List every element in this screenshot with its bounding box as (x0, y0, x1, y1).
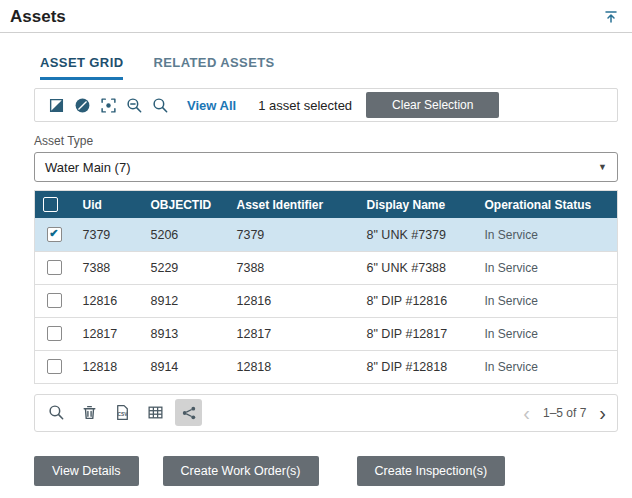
row-checkbox[interactable] (47, 260, 62, 275)
cell-display-name: 8" DIP #12818 (359, 350, 477, 383)
cell-uid: 7388 (75, 251, 143, 284)
tab-related-assets[interactable]: RELATED ASSETS (153, 55, 274, 80)
cell-operational-status: In Service (477, 218, 618, 251)
cell-operational-status: In Service (477, 251, 618, 284)
next-page-icon[interactable]: › (596, 403, 609, 423)
row-checkbox[interactable] (47, 359, 62, 374)
export-csv-icon[interactable]: CSV (109, 399, 136, 426)
row-checkbox[interactable] (47, 227, 62, 242)
collapse-panel-icon[interactable] (600, 8, 622, 26)
panel-content: ASSET GRID RELATED ASSETS View All 1 ass… (0, 33, 632, 486)
cell-uid: 12817 (75, 317, 143, 350)
table-header-row: Uid OBJECTID Asset Identifier Display Na… (35, 191, 618, 219)
table-row[interactable]: 7379 5206 7379 8" UNK #7379 In Service (35, 218, 618, 251)
assets-panel: Assets ASSET GRID RELATED ASSETS (0, 0, 632, 498)
view-details-button[interactable]: View Details (34, 456, 139, 486)
select-all-checkbox[interactable] (43, 197, 58, 212)
asset-type-label: Asset Type (34, 134, 618, 148)
zoom-out-icon[interactable] (121, 93, 147, 117)
chevron-down-icon: ▼ (598, 162, 607, 172)
relationships-icon[interactable] (175, 399, 202, 426)
asset-grid-table: Uid OBJECTID Asset Identifier Display Na… (34, 190, 618, 384)
cell-display-name: 8" UNK #7379 (359, 218, 477, 251)
cell-asset-identifier: 7388 (229, 251, 359, 284)
cell-asset-identifier: 12816 (229, 284, 359, 317)
highlight-off-icon[interactable] (69, 93, 95, 117)
column-chooser-icon[interactable] (142, 399, 169, 426)
asset-type-value: Water Main (7) (45, 160, 598, 175)
cell-display-name: 8" DIP #12817 (359, 317, 477, 350)
page-title: Assets (10, 7, 66, 27)
cell-uid: 12818 (75, 350, 143, 383)
asset-type-select[interactable]: Water Main (7) ▼ (34, 152, 618, 182)
cell-operational-status: In Service (477, 317, 618, 350)
cell-objectid: 8914 (143, 350, 229, 383)
asset-type-field: Asset Type Water Main (7) ▼ (34, 134, 618, 182)
cell-operational-status: In Service (477, 350, 618, 383)
svg-text:CSV: CSV (117, 413, 128, 418)
table-row[interactable]: 12817 8913 12817 8" DIP #12817 In Servic… (35, 317, 618, 350)
action-buttons: View Details Create Work Order(s) Create… (34, 456, 618, 486)
selection-count-text: 1 asset selected (258, 98, 352, 113)
view-all-link[interactable]: View All (187, 98, 236, 113)
cell-uid: 7379 (75, 218, 143, 251)
table-row[interactable]: 12816 8912 12816 8" DIP #12816 In Servic… (35, 284, 618, 317)
delete-icon[interactable] (76, 399, 103, 426)
row-checkbox[interactable] (47, 293, 62, 308)
cell-objectid: 5229 (143, 251, 229, 284)
grid-footer-toolbar: CSV ‹ 1–5 of 7 › (34, 394, 618, 432)
cell-asset-identifier: 7379 (229, 218, 359, 251)
search-map-icon[interactable] (147, 93, 173, 117)
tab-bar: ASSET GRID RELATED ASSETS (40, 55, 618, 80)
panel-header: Assets (0, 0, 632, 32)
column-header-uid[interactable]: Uid (75, 191, 143, 219)
cell-objectid: 8912 (143, 284, 229, 317)
flash-selection-icon[interactable] (43, 93, 69, 117)
cell-operational-status: In Service (477, 284, 618, 317)
cell-objectid: 5206 (143, 218, 229, 251)
table-row[interactable]: 7388 5229 7388 6" UNK #7388 In Service (35, 251, 618, 284)
cell-uid: 12816 (75, 284, 143, 317)
previous-page-icon[interactable]: ‹ (520, 403, 533, 423)
create-inspections-button[interactable]: Create Inspection(s) (357, 456, 506, 486)
pagination: ‹ 1–5 of 7 › (520, 403, 609, 423)
cell-display-name: 6" UNK #7388 (359, 251, 477, 284)
column-header-asset-identifier[interactable]: Asset Identifier (229, 191, 359, 219)
row-checkbox[interactable] (47, 326, 62, 341)
search-icon[interactable] (43, 399, 70, 426)
zoom-to-selection-icon[interactable] (95, 93, 121, 117)
table-row[interactable]: 12818 8914 12818 8" DIP #12818 In Servic… (35, 350, 618, 383)
column-header-operational-status[interactable]: Operational Status (477, 191, 618, 219)
page-range-text: 1–5 of 7 (543, 406, 586, 420)
column-header-display-name[interactable]: Display Name (359, 191, 477, 219)
cell-asset-identifier: 12818 (229, 350, 359, 383)
cell-asset-identifier: 12817 (229, 317, 359, 350)
tab-asset-grid[interactable]: ASSET GRID (40, 55, 123, 80)
cell-objectid: 8913 (143, 317, 229, 350)
create-work-orders-button[interactable]: Create Work Order(s) (163, 456, 319, 486)
clear-selection-button[interactable]: Clear Selection (366, 92, 499, 118)
grid-toolbar: View All 1 asset selected Clear Selectio… (34, 88, 618, 122)
cell-display-name: 8" DIP #12816 (359, 284, 477, 317)
column-header-objectid[interactable]: OBJECTID (143, 191, 229, 219)
